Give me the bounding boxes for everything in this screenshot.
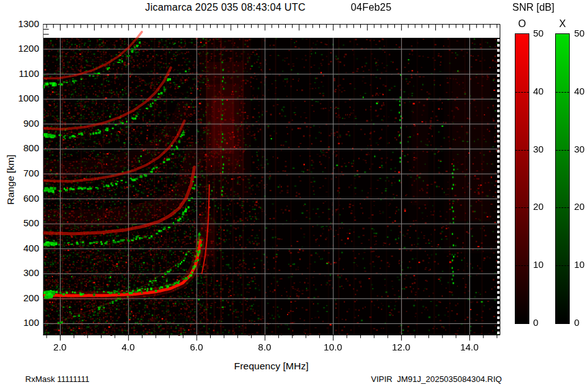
colorbar-tick-dash (515, 207, 529, 208)
x-tick-14.0: 14.0 (452, 342, 487, 352)
y-tick-600: 600 (0, 193, 39, 204)
colorbar-tick-dash (556, 150, 569, 151)
snr-colorbar-x-mode (555, 33, 570, 324)
y-tick-1000: 1000 (0, 93, 39, 103)
y-tick-1200: 1200 (0, 43, 39, 54)
colorbar-o-label: O (515, 18, 529, 30)
ionogram-plot (43, 24, 500, 353)
y-tick-100: 100 (0, 318, 39, 328)
x-tick-12.0: 12.0 (384, 342, 419, 352)
cbar-x-tick-0: 0 (574, 318, 579, 328)
x-tick-6.0: 6.0 (179, 342, 214, 352)
x-tick-2.0: 2.0 (42, 342, 78, 352)
ionogram-page: { "header": { "title": "Jicamarca 2025 0… (0, 0, 588, 387)
plot-date: 04Feb25 (351, 2, 392, 13)
cbar-x-tick-40: 40 (574, 86, 585, 96)
colorbar-tick-dash (556, 207, 569, 208)
colorbar-tick-dash (515, 265, 529, 266)
y-tick-700: 700 (0, 168, 39, 178)
y-tick-300: 300 (0, 268, 39, 278)
colorbar-x-label: X (555, 18, 570, 30)
x-tick-4.0: 4.0 (110, 342, 146, 352)
cbar-o-tick-40: 40 (533, 86, 544, 96)
snr-colorbar-o-mode (515, 33, 529, 324)
colorbar-tick-dash (556, 265, 569, 266)
y-tick-200: 200 (0, 293, 39, 303)
colorbar-tick-dash (515, 150, 529, 151)
x-tick-8.0: 8.0 (247, 342, 283, 352)
cbar-x-tick-30: 30 (574, 144, 585, 154)
plot-title: Jicamarca 2025 035 08:43:04 UTC (145, 2, 305, 13)
rx-mask-label: RxMask 11111111 (25, 374, 90, 384)
y-tick-1300: 1300 (0, 19, 39, 29)
x-axis-title: Frequency [MHz] (221, 361, 322, 372)
colorbar-tick-dash (515, 92, 529, 93)
cbar-o-tick-10: 10 (533, 260, 544, 270)
cbar-x-tick-10: 10 (574, 260, 585, 270)
colorbar-title: SNR [dB] (512, 2, 555, 13)
cbar-o-tick-0: 0 (533, 318, 538, 328)
cbar-o-tick-20: 20 (533, 202, 544, 212)
data-file-label: VIPIR JM91J_2025035084304.RIQ (371, 374, 502, 384)
y-tick-800: 800 (0, 143, 39, 153)
cbar-x-tick-20: 20 (574, 202, 585, 212)
colorbar-tick-dash (556, 92, 569, 93)
cbar-x-tick-50: 50 (574, 28, 585, 38)
y-tick-900: 900 (0, 118, 39, 129)
x-tick-10.0: 10.0 (315, 342, 351, 352)
y-tick-1100: 1100 (0, 69, 39, 79)
cbar-o-tick-30: 30 (533, 144, 544, 154)
y-tick-500: 500 (0, 218, 39, 228)
y-tick-400: 400 (0, 243, 39, 253)
cbar-o-tick-50: 50 (533, 28, 544, 38)
